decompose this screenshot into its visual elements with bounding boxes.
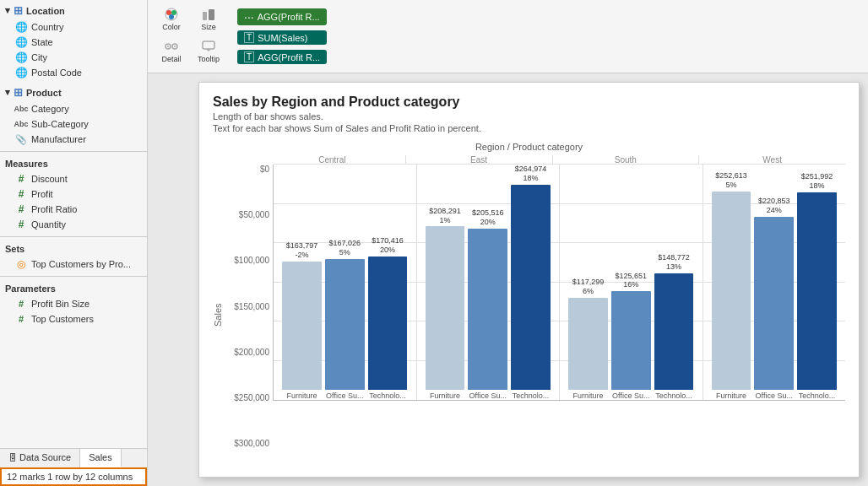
pill-agg-profit-color-text: AGG(Profit R... — [258, 12, 320, 22]
bar-rect — [568, 298, 608, 390]
color-icon — [163, 6, 180, 23]
sidebar-item-state[interactable]: 🌐 State — [0, 35, 147, 50]
pill-agg-profit-color[interactable]: ··· AGG(Profit R... — [237, 8, 327, 25]
region-group-east: $208,2911%Furniture$205,51620%Office Su.… — [417, 165, 561, 400]
svg-point-1 — [166, 10, 171, 15]
y-tick-250k: $250,000 — [226, 393, 273, 402]
bar-item-2-1[interactable]: $125,65116%Office Su... — [611, 165, 651, 400]
y-tick-200k: $200,000 — [226, 348, 273, 357]
param-icon: # — [15, 298, 27, 310]
bar-bottom-label: Furniture — [716, 392, 746, 400]
bar-item-3-1[interactable]: $220,85324%Office Su... — [754, 165, 794, 400]
y-tick-50k: $50,000 — [226, 210, 273, 219]
region-title: Region / Product category — [213, 142, 845, 152]
y-tick-300k: $300,000 — [226, 439, 273, 448]
chart-title: Sales by Region and Product category — [213, 94, 845, 110]
bar-item-0-2[interactable]: $170,41620%Technolo... — [368, 165, 408, 400]
color-label: Color — [162, 23, 181, 31]
sidebar-item-sub-category[interactable]: Abc Sub-Category — [0, 116, 147, 132]
divider2 — [0, 236, 147, 237]
sidebar-item-top-customers[interactable]: ◎ Top Customers by Pro... — [0, 256, 147, 272]
bar-item-1-0[interactable]: $208,2911%Furniture — [426, 165, 465, 400]
region-group-south: $117,2996%Furniture$125,65116%Office Su.… — [560, 165, 703, 400]
bar-label-top: $125,65116% — [615, 272, 647, 290]
svg-point-8 — [167, 46, 169, 47]
param-icon2: # — [15, 313, 27, 325]
chevron-down-icon: ▾ — [5, 87, 10, 98]
bar-label-top: $205,51620% — [472, 208, 504, 227]
svg-point-2 — [171, 10, 176, 15]
divider3 — [0, 276, 147, 277]
size-button[interactable]: Size — [192, 3, 225, 34]
bar-rect — [511, 185, 551, 391]
pill-sum-sales-text: SUM(Sales) — [258, 33, 307, 43]
bar-item-3-0[interactable]: $252,6135%Furniture — [712, 165, 751, 400]
detail-button[interactable]: Detail — [155, 35, 188, 66]
sidebar-item-city[interactable]: 🌐 City — [0, 50, 147, 65]
sidebar-item-country[interactable]: 🌐 Country — [0, 19, 147, 35]
country-label: Country — [31, 22, 64, 32]
region-header-south: South — [553, 155, 700, 165]
set-icon: ◎ — [15, 258, 27, 270]
sidebar-item-category[interactable]: Abc Category — [0, 101, 147, 116]
bar-bottom-label: Furniture — [286, 392, 317, 400]
size-icon — [200, 6, 217, 23]
tooltip-button[interactable]: Tooltip — [192, 35, 225, 66]
chart-body: Sales $300,000 $250,000 $200,000 $150,00… — [213, 165, 845, 465]
bar-label-top: $148,77213% — [658, 253, 690, 272]
tab-data-source[interactable]: 🗄 Data Source — [0, 449, 80, 467]
bar-item-1-2[interactable]: $264,97418%Technolo... — [511, 165, 551, 400]
region-group-central: $163,797-2%Furniture$167,0265%Office Su.… — [274, 165, 417, 400]
hash-icon: # — [15, 203, 27, 215]
bar-rect — [611, 291, 651, 390]
color-size-group: Color Size — [155, 3, 225, 66]
abc-icon: Abc — [15, 103, 27, 115]
bar-bottom-label: Office Su... — [326, 392, 363, 400]
main-area: Color Size — [148, 0, 868, 486]
location-header[interactable]: ▾ ⊞ Location — [0, 2, 147, 19]
y-axis-ticks: $300,000 $250,000 $200,000 $150,000 $100… — [226, 165, 273, 448]
bar-item-2-2[interactable]: $148,77213%Technolo... — [654, 165, 694, 400]
bar-label-top: $264,97418% — [515, 165, 547, 183]
toolbar-strip: Color Size — [148, 0, 868, 73]
measures-label: Measures — [5, 159, 48, 169]
color-button[interactable]: Color — [155, 3, 188, 34]
bar-item-0-1[interactable]: $167,0265%Office Su... — [325, 165, 365, 400]
y-axis-label: Sales — [213, 165, 226, 465]
chevron-down-icon: ▾ — [5, 5, 10, 16]
sidebar-item-manufacturer[interactable]: 📎 Manufacturer — [0, 132, 147, 147]
sidebar-item-profit[interactable]: # Profit — [0, 186, 147, 202]
chart-subtitle1: Length of bar shows sales. — [213, 111, 845, 122]
bar-item-2-0[interactable]: $117,2996%Furniture — [568, 165, 608, 400]
bar-rect — [797, 192, 837, 390]
product-header[interactable]: ▾ ⊞ Product — [0, 84, 147, 101]
product-label: Product — [26, 88, 62, 98]
sidebar-item-postal-code[interactable]: 🌐 Postal Code — [0, 65, 147, 80]
pill-agg-profit-text[interactable]: T AGG(Profit R... — [237, 50, 327, 64]
measures-header: Measures — [0, 156, 147, 171]
globe-icon: 🌐 — [15, 36, 27, 48]
bar-bottom-label: Office Su... — [756, 392, 793, 400]
bottom-tabs: 🗄 Data Source Sales — [0, 448, 147, 467]
sidebar-item-top-customers-param[interactable]: # Top Customers — [0, 311, 147, 327]
bar-label-top: $251,99218% — [801, 172, 833, 191]
bar-bottom-label: Technolo... — [369, 392, 406, 400]
bar-item-1-1[interactable]: $205,51620%Office Su... — [468, 165, 507, 400]
product-section: ▾ ⊞ Product Abc Category Abc Sub-Categor… — [0, 82, 147, 148]
bar-item-3-2[interactable]: $251,99218%Technolo... — [797, 165, 837, 400]
bars-area: $163,797-2%Furniture$167,0265%Office Su.… — [273, 165, 845, 401]
abc-icon: Abc — [15, 118, 27, 130]
pill-sum-sales[interactable]: T SUM(Sales) — [237, 30, 327, 45]
svg-rect-4 — [203, 12, 207, 20]
svg-rect-10 — [203, 41, 214, 49]
sidebar-item-profit-ratio[interactable]: # Profit Ratio — [0, 202, 147, 217]
svg-rect-5 — [209, 9, 214, 20]
sidebar-item-quantity[interactable]: # Quantity — [0, 217, 147, 232]
y-tick-100k: $100,000 — [226, 256, 273, 265]
sidebar-item-discount[interactable]: # Discount — [0, 171, 147, 186]
bar-item-0-0[interactable]: $163,797-2%Furniture — [282, 165, 322, 400]
tab-sales[interactable]: Sales — [80, 449, 122, 467]
sidebar-item-profit-bin-size[interactable]: # Profit Bin Size — [0, 296, 147, 311]
bar-rect — [426, 226, 465, 390]
hierarchy-icon: ⊞ — [14, 4, 23, 17]
